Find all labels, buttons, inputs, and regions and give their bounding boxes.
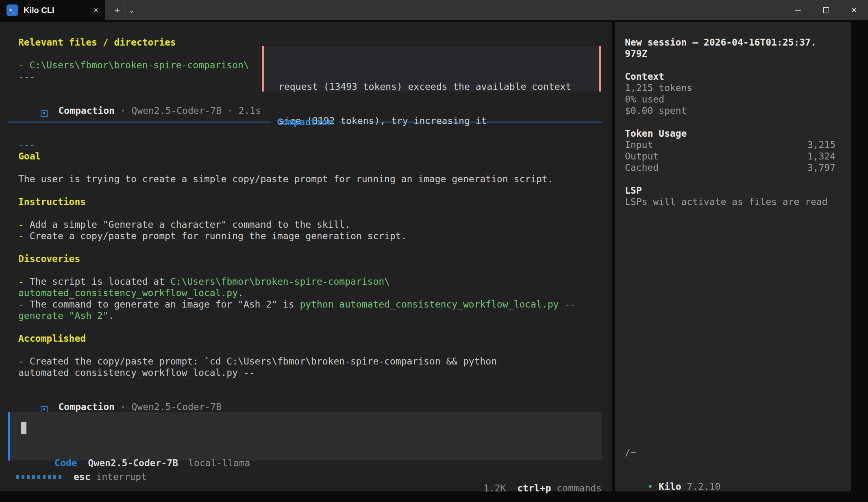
spinner-dots	[16, 475, 61, 479]
accomplished-item: - Created the copy/paste prompt: `cd C:\…	[18, 356, 497, 367]
minimize-button[interactable]	[784, 0, 812, 20]
mode-selector[interactable]: Code	[54, 458, 77, 468]
spinner-dot	[22, 475, 24, 479]
esc-key-hint: esc	[74, 471, 91, 482]
instruction-item: - Create a copy/paste prompt for running…	[18, 230, 407, 242]
text-cursor	[21, 422, 26, 434]
title-bar: >_ Kilo CLI ✕ + ⌄ ✕	[0, 0, 868, 20]
spinner-dot	[53, 475, 56, 479]
token-usage-row: Cached 3,797	[625, 162, 835, 173]
relevant-files-heading: Relevant files / directories	[18, 37, 176, 48]
discovery-item: - The command to generate an image for "…	[18, 299, 576, 310]
command-text: generate "Ash 2"	[18, 310, 109, 321]
goal-heading: Goal	[18, 151, 41, 162]
esc-action-hint: interrupt	[96, 471, 147, 482]
app-version-row: • Kilo 7.2.10	[625, 469, 720, 481]
app-version: 7.2.10	[687, 481, 720, 492]
model-name: Qwen2.5-Coder-7B	[131, 402, 222, 412]
dot-separator: ·	[120, 402, 126, 412]
token-usage-label: Output	[625, 151, 659, 162]
status-bar-left: esc interrupt	[16, 471, 147, 482]
discovery-item: - The script is located at C:\Users\fbmo…	[18, 276, 390, 287]
script-path: C:\Users\fbmor\broken-spire-comparison\	[170, 276, 390, 287]
new-tab-button[interactable]: +	[111, 4, 124, 17]
cwd-path: /~	[625, 447, 636, 458]
list-dash: -	[18, 219, 24, 230]
space	[91, 471, 96, 482]
lsp-description: LSPs will activate as files are read	[625, 196, 828, 207]
context-heading: Context	[625, 71, 664, 82]
token-usage-value: 3,797	[807, 162, 835, 173]
dot-separator: ·	[120, 105, 126, 116]
context-used: 0% used	[625, 94, 664, 105]
prompt-input[interactable]: CodeQwen2.5-Coder-7Blocal-llama	[8, 412, 602, 461]
context-spent: $0.00 spent	[625, 105, 687, 116]
list-dash: -	[18, 299, 24, 310]
provider-label: local-llama	[188, 458, 250, 468]
status-dot-icon: •	[647, 481, 653, 492]
compaction-icon	[41, 110, 48, 117]
period: .	[109, 310, 114, 321]
status-bar-right: 1.2K ctrl+p commands	[461, 471, 602, 482]
accomplished-heading: Accomplished	[18, 333, 86, 344]
compaction-status-bottom: Compaction · Qwen2.5-Coder-7B	[18, 390, 222, 401]
instruction-text: Create a copy/paste prompt for running t…	[30, 231, 407, 241]
list-dash: -	[18, 231, 24, 241]
tab-dropdown-button[interactable]: ⌄	[125, 4, 138, 17]
token-usage-row: Input 3,215	[625, 139, 835, 151]
commands-key-hint: ctrl+p	[517, 483, 551, 493]
window-controls: ✕	[784, 0, 868, 20]
main-panel: Relevant files / directories - C:\Users\…	[0, 22, 612, 491]
error-message-box: request (13493 tokens) exceeds the avail…	[262, 46, 601, 92]
list-dash: -	[18, 60, 24, 70]
model-selector[interactable]: Qwen2.5-Coder-7B	[88, 458, 178, 468]
instructions-heading: Instructions	[18, 196, 86, 207]
script-path: automated_consistency_workflow_local.py	[18, 288, 238, 298]
tab-close-icon[interactable]: ✕	[90, 4, 102, 16]
lsp-heading: LSP	[625, 185, 642, 196]
spinner-dot	[48, 475, 51, 479]
relevant-file-path: - C:\Users\fbmor\broken-spire-comparison…	[18, 59, 249, 71]
discovery-text: The command to generate an image for "As…	[30, 299, 300, 310]
duration: 2.1s	[239, 105, 261, 116]
token-usage-row: Output 1,324	[625, 151, 835, 162]
error-line-1: request (13493 tokens) exceeds the avail…	[278, 81, 599, 92]
minimize-icon	[795, 10, 801, 11]
powershell-icon: >_	[7, 4, 18, 16]
spinner-dot	[59, 475, 61, 479]
compaction-label: Compaction	[58, 105, 114, 116]
instruction-text: Add a simple "Generate a character" comm…	[30, 219, 350, 230]
discovery-text: The script is located at	[30, 276, 170, 287]
frontmatter-marker: ---	[18, 139, 35, 151]
list-dash: -	[18, 276, 24, 287]
command-text: python automated_consistency_workflow_lo…	[300, 299, 576, 310]
divider-line-left	[8, 122, 271, 122]
compaction-divider: Compaction	[8, 116, 602, 128]
tab-title: Kilo CLI	[24, 6, 54, 15]
spinner-dot	[32, 475, 35, 479]
discovery-item-wrap: automated_consistency_workflow_local.py.	[18, 287, 244, 299]
spinner-dot	[37, 475, 40, 479]
session-title-wrap: 979Z	[625, 48, 647, 59]
close-icon: ✕	[851, 6, 857, 14]
compaction-status-top: Compaction · Qwen2.5-Coder-7B · 2.1s	[18, 94, 261, 105]
compaction-label: Compaction	[58, 402, 114, 412]
discovery-item-wrap: generate "Ash 2".	[18, 310, 114, 321]
discoveries-heading: Discoveries	[18, 253, 80, 264]
close-button[interactable]: ✕	[840, 0, 868, 20]
list-dash: -	[18, 356, 24, 367]
terminal-tab[interactable]: >_ Kilo CLI ✕	[0, 0, 105, 20]
session-sidebar: New session — 2026-04-16T01:25:37. 979Z …	[615, 22, 851, 491]
accomplished-text: Created the copy/paste prompt: `cd C:\Us…	[30, 356, 497, 367]
divider-label: Compaction	[277, 117, 333, 127]
divider-line-right	[339, 122, 602, 122]
maximize-icon	[823, 7, 829, 13]
maximize-button[interactable]	[812, 0, 840, 20]
input-footer: CodeQwen2.5-Coder-7Blocal-llama	[21, 446, 250, 457]
spinner-dot	[16, 475, 19, 479]
token-usage-label: Input	[625, 139, 653, 151]
session-title: New session — 2026-04-16T01:25:37.	[625, 37, 816, 48]
token-usage-label: Cached	[625, 162, 659, 173]
dot-separator: ·	[227, 105, 233, 116]
accomplished-item-wrap: automated_consistency_workflow_local.py …	[18, 367, 255, 378]
